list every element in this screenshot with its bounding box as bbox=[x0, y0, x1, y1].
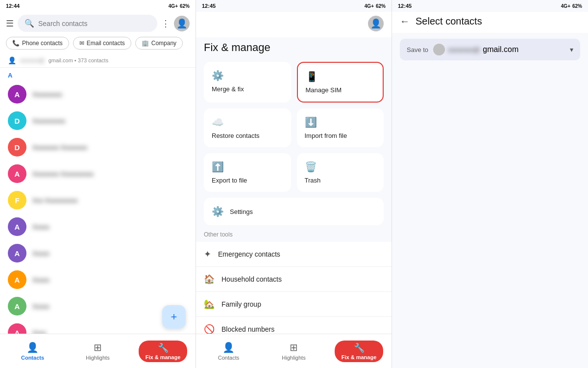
battery-2: 62% bbox=[376, 3, 386, 9]
contact-name: Xxxxx bbox=[32, 276, 49, 284]
bottom-nav-1: 👤 Contacts ⊞ Highlights 🔧 Fix & manage bbox=[0, 334, 196, 368]
list-item[interactable]: A Xxxxx bbox=[0, 213, 196, 240]
signal-1: 4G+ bbox=[169, 3, 178, 9]
account-text: xxxxxxx@ bbox=[20, 57, 45, 63]
tool-family-group[interactable]: 🏡 Family group bbox=[196, 292, 392, 317]
contact-avatar: A bbox=[8, 297, 26, 315]
tool-export-to-file[interactable]: ⬆️ Export to file bbox=[204, 153, 291, 192]
company-icon: 🏢 bbox=[142, 40, 149, 47]
tool-restore-contacts[interactable]: ☁️ Restore contacts bbox=[204, 108, 291, 147]
list-item[interactable]: D Xxxxxxxx Xxxxxxxx bbox=[0, 134, 196, 160]
tool-settings[interactable]: ⚙️ Settings bbox=[204, 198, 384, 225]
nav-contacts-1[interactable]: 👤 Contacts bbox=[0, 339, 65, 364]
list-item[interactable]: F Xxx Xxxxxxxxxx bbox=[0, 187, 196, 213]
signal-2: 4G+ bbox=[365, 3, 374, 9]
export-icon: ⬆️ bbox=[212, 161, 283, 173]
settings-icon: ⚙️ bbox=[212, 206, 224, 217]
contact-avatar: A bbox=[8, 164, 26, 183]
list-item[interactable]: A Xxxxx bbox=[0, 266, 196, 293]
account-count: gmail.com • 373 contacts bbox=[49, 57, 108, 63]
fab-add[interactable]: + bbox=[162, 305, 186, 329]
select-contacts-title: Select contacts bbox=[416, 16, 580, 27]
signal-3: 4G+ bbox=[561, 3, 570, 9]
search-input[interactable] bbox=[38, 20, 150, 27]
contact-avatar: A bbox=[8, 270, 26, 289]
blocked-icon: 🚫 bbox=[204, 324, 215, 335]
sim-icon: 📱 bbox=[306, 71, 375, 82]
tool-trash[interactable]: 🗑️ Trash bbox=[297, 153, 384, 192]
nav-fixmanage-1[interactable]: 🔧 Fix & manage bbox=[130, 338, 196, 365]
list-item[interactable]: D Xxxxxxxxxx bbox=[0, 107, 196, 134]
time-3: 12:45 bbox=[398, 3, 412, 9]
back-icon[interactable]: ← bbox=[400, 16, 410, 27]
tab-email-contacts[interactable]: ✉ Email contacts bbox=[73, 37, 131, 50]
email-icon: ✉ bbox=[79, 40, 84, 47]
list-item[interactable]: A Xxxxxxxx Xxxxxxxxxx bbox=[0, 160, 196, 187]
restore-icon: ☁️ bbox=[212, 116, 283, 128]
contacts-header: ☰ 🔍 ⋮ 👤 bbox=[0, 12, 196, 35]
other-tools-list: ✦ Emergency contacts 🏠 Household contact… bbox=[196, 242, 392, 342]
contacts-panel: 12:44 4G+ 62% ☰ 🔍 ⋮ 👤 📞 Phone contacts ✉… bbox=[0, 0, 196, 368]
save-to-email: xxxxxxxx@ bbox=[448, 46, 480, 53]
hamburger-icon[interactable]: ☰ bbox=[6, 18, 14, 29]
chevron-down-icon[interactable]: ▾ bbox=[570, 46, 573, 53]
status-bar-2: 12:45 4G+ 62% bbox=[196, 0, 392, 12]
save-to-bar[interactable]: Save to xxxxxxxx@ gmail.com ▾ bbox=[400, 39, 580, 60]
tab-company[interactable]: 🏢 Company bbox=[135, 37, 183, 50]
contact-name: Xxxxxxxxx bbox=[32, 91, 62, 98]
search-bar[interactable]: 🔍 bbox=[18, 15, 157, 32]
tool-import-from-file[interactable]: ⬇️ Import from file bbox=[297, 108, 384, 147]
filter-tabs: 📞 Phone contacts ✉ Email contacts 🏢 Comp… bbox=[0, 35, 196, 53]
contact-name: Xxxxx bbox=[32, 303, 49, 310]
dots-icon[interactable]: ⋮ bbox=[161, 18, 170, 29]
save-to-email-domain: gmail.com bbox=[483, 45, 518, 54]
import-icon: ⬇️ bbox=[305, 116, 376, 128]
fix-manage-title: Fix & manage bbox=[196, 37, 392, 62]
tool-merge-fix[interactable]: ⚙️ Merge & fix bbox=[204, 62, 291, 103]
other-tools-label: Other tools bbox=[196, 229, 392, 242]
contact-avatar: F bbox=[8, 191, 26, 210]
save-to-label: Save to bbox=[407, 46, 428, 53]
fixmanage-nav-icon-1: 🔧 bbox=[158, 342, 169, 353]
contact-avatar: D bbox=[8, 111, 26, 130]
list-item[interactable]: A Xxxxxxxxx bbox=[0, 81, 196, 107]
contact-name: Xxxxxxxx Xxxxxxxxxx bbox=[32, 170, 94, 178]
battery-1: 62% bbox=[180, 3, 190, 9]
bottom-nav-2: 👤 Contacts ⊞ Highlights 🔧 Fix & manage bbox=[196, 334, 392, 368]
battery-3: 62% bbox=[572, 3, 582, 9]
tool-household-contacts[interactable]: 🏠 Household contacts bbox=[196, 267, 392, 292]
contact-name: Xxxxxxxxxx bbox=[32, 117, 65, 125]
nav-contacts-2[interactable]: 👤 Contacts bbox=[196, 339, 261, 364]
highlights-nav-icon-2: ⊞ bbox=[290, 342, 298, 353]
nav-fixmanage-2[interactable]: 🔧 Fix & manage bbox=[326, 338, 392, 365]
avatar-2[interactable]: 👤 bbox=[368, 16, 384, 31]
contact-avatar: A bbox=[8, 85, 26, 104]
section-a: A bbox=[0, 68, 196, 81]
contact-avatar: A bbox=[8, 217, 26, 236]
time-1: 12:44 bbox=[6, 3, 20, 9]
merge-icon: ⚙️ bbox=[212, 70, 283, 81]
search-icon: 🔍 bbox=[24, 19, 34, 28]
contact-avatar: D bbox=[8, 138, 26, 157]
settings-card-wrapper: ⚙️ Settings bbox=[196, 198, 392, 229]
family-icon: 🏡 bbox=[204, 299, 215, 310]
nav-highlights-2[interactable]: ⊞ Highlights bbox=[261, 339, 326, 364]
time-2: 12:45 bbox=[202, 3, 216, 9]
panel3-header: ← Select contacts bbox=[392, 12, 588, 33]
nav-highlights-1[interactable]: ⊞ Highlights bbox=[65, 339, 130, 364]
save-to-account: xxxxxxxx@ gmail.com bbox=[433, 44, 565, 55]
status-bar-1: 12:44 4G+ 62% bbox=[0, 0, 196, 12]
list-item[interactable]: A Xxxxx bbox=[0, 240, 196, 266]
panel2-header: 👤 bbox=[196, 12, 392, 37]
household-icon: 🏠 bbox=[204, 274, 215, 285]
trash-icon: 🗑️ bbox=[305, 161, 376, 173]
highlights-nav-icon-1: ⊞ bbox=[94, 342, 102, 353]
select-contacts-panel: 12:45 4G+ 62% ← Select contacts Save to … bbox=[392, 0, 588, 368]
avatar-1[interactable]: 👤 bbox=[174, 16, 190, 31]
contact-name: Xxxxx bbox=[32, 250, 49, 257]
tab-phone-contacts[interactable]: 📞 Phone contacts bbox=[6, 37, 69, 50]
tool-manage-sim[interactable]: 📱 Manage SIM bbox=[297, 62, 384, 103]
contact-name: Xxxxxxxx Xxxxxxxx bbox=[32, 144, 87, 151]
save-to-avatar bbox=[433, 44, 445, 55]
tool-emergency-contacts[interactable]: ✦ Emergency contacts bbox=[196, 242, 392, 267]
